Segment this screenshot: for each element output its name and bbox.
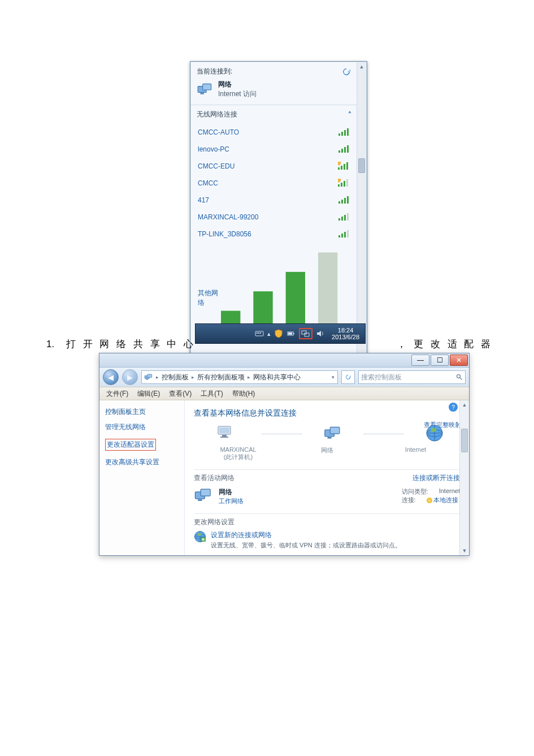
breadcrumb[interactable]: ▸ 控制面板 ▸ 所有控制面板项 ▸ 网络和共享中心 ▾ <box>141 370 338 384</box>
clock-time: 18:24 <box>338 327 354 334</box>
battery-tray-icon[interactable] <box>286 329 296 338</box>
wifi-name: lenovo-PC <box>198 145 229 153</box>
sidebar-home[interactable]: 控制面板主页 <box>105 407 179 417</box>
crumb-segment[interactable]: 网络和共享中心 <box>253 373 301 382</box>
scroll-up-icon[interactable]: ▲ <box>460 400 469 409</box>
step-1-text: 1. 打 开 网 络 共 享 中 心 ， 更 改 适 配 器 <box>46 338 510 351</box>
maximize-button[interactable]: ☐ <box>431 355 449 366</box>
svg-rect-20 <box>257 332 258 334</box>
navigation-bar: ◀ ▶ ▸ 控制面板 ▸ 所有控制面板项 ▸ 网络和共享中心 ▾ 搜索控制面板 <box>99 368 469 387</box>
crumb-segment[interactable]: 控制面板 <box>162 373 189 382</box>
change-settings-heading: 更改网络设置 <box>194 513 460 527</box>
step-left-text: 打 开 网 络 共 享 中 心 <box>66 339 196 349</box>
scroll-up-icon[interactable]: ▲ <box>357 62 366 71</box>
wifi-item[interactable]: CMCC-EDU <box>191 158 357 175</box>
wifi-signal-icon <box>338 128 350 137</box>
svg-rect-24 <box>293 333 294 334</box>
search-placeholder: 搜索控制面板 <box>361 373 402 382</box>
menu-tools[interactable]: 工具(T) <box>197 389 226 399</box>
dropdown-icon[interactable]: ▾ <box>332 374 335 380</box>
scroll-down-icon[interactable]: ▼ <box>460 546 469 555</box>
close-button[interactable]: ✕ <box>450 355 468 366</box>
window-titlebar[interactable]: — ☐ ✕ <box>99 353 469 368</box>
wifi-name: CMCC <box>198 179 218 187</box>
pc-sub-label: (此计算机) <box>207 453 270 461</box>
crumb-segment[interactable]: 所有控制面板项 <box>197 373 245 382</box>
svg-rect-27 <box>305 333 309 336</box>
wifi-signal-icon <box>338 230 350 239</box>
svg-rect-21 <box>258 332 259 334</box>
connect-disconnect-link[interactable]: 连接或断开连接 <box>413 473 460 483</box>
content-scrollbar[interactable]: ▲ ▼ <box>459 400 469 555</box>
internet-node-label: Internet <box>385 446 447 461</box>
setup-connection-title: 设置新的连接或网络 <box>211 530 401 540</box>
network-node-label: 网络 <box>296 446 358 461</box>
network-node-icon <box>323 426 342 440</box>
help-icon[interactable]: ? <box>449 403 458 412</box>
active-network-type[interactable]: 工作网络 <box>219 498 244 504</box>
volume-tray-icon[interactable] <box>316 329 325 338</box>
wifi-name: CMCC-EDU <box>198 162 235 170</box>
svg-point-29 <box>457 375 461 378</box>
active-networks-heading: 查看活动网络 <box>194 473 235 483</box>
sidebar-link-change-adapter[interactable]: 更改适配器设置 <box>105 439 156 451</box>
local-connection-link[interactable]: 本地连接 <box>433 496 458 503</box>
minimize-button[interactable]: — <box>411 355 429 366</box>
wifi-item[interactable]: 417 <box>191 192 357 209</box>
active-network-name: 网络 <box>219 487 396 497</box>
back-button[interactable]: ◀ <box>103 369 119 385</box>
menu-edit[interactable]: 编辑(E) <box>134 389 163 399</box>
sidebar-link-advanced-sharing[interactable]: 更改高级共享设置 <box>105 457 179 467</box>
scroll-thumb[interactable] <box>461 429 468 452</box>
pc-name-label: MARXINCAL <box>207 446 270 453</box>
wifi-item[interactable]: lenovo-PC <box>191 141 357 158</box>
keyboard-tray-icon[interactable] <box>255 329 264 338</box>
setup-new-connection-row[interactable]: 设置新的连接或网络 设置无线、宽带、拨号、临时或 VPN 连接；或设置路由器或访… <box>194 530 460 550</box>
this-pc-icon <box>216 424 234 442</box>
other-networks-label: 其他网络 <box>198 288 221 308</box>
collapse-icon: ˄ <box>348 111 351 119</box>
wifi-item[interactable]: TP-LINK_3D8056 <box>191 226 357 243</box>
svg-rect-25 <box>288 332 292 335</box>
menu-file[interactable]: 文件(F) <box>103 389 132 399</box>
tray-up-icon[interactable]: ▴ <box>267 330 271 338</box>
scroll-thumb[interactable] <box>358 158 365 173</box>
active-network-icon <box>194 487 213 503</box>
wifi-signal-secured-icon <box>338 162 350 171</box>
sidebar-link-manage-wireless[interactable]: 管理无线网络 <box>105 422 179 432</box>
shield-tray-icon[interactable] <box>274 329 283 338</box>
svg-marker-28 <box>317 331 321 336</box>
menu-help[interactable]: 帮助(H) <box>229 389 259 399</box>
internet-globe-icon <box>426 424 444 442</box>
network-map <box>194 424 460 444</box>
refresh-button[interactable] <box>341 370 355 384</box>
search-input[interactable]: 搜索控制面板 <box>358 370 466 384</box>
refresh-icon[interactable] <box>341 67 351 77</box>
wifi-name: CMCC-AUTO <box>198 128 239 136</box>
current-connection: 网络 Internet 访问 <box>197 80 257 99</box>
wifi-item[interactable]: CMCC-AUTO <box>191 124 357 141</box>
wifi-item[interactable]: CMCC <box>191 175 357 192</box>
network-monitors-icon <box>197 83 214 96</box>
step-number: 1. <box>46 339 54 349</box>
access-type-value: Internet <box>439 487 460 496</box>
step-right-text: 更 改 适 配 器 <box>414 339 493 349</box>
active-network-block: 网络 工作网络 访问类型: Internet 连接: 本地连接 <box>194 487 460 506</box>
search-icon <box>456 374 463 381</box>
access-type-key: 访问类型: <box>402 487 428 496</box>
main-content: ? 查看基本网络信息并设置连接 查看完整映射 MARXINCAL <box>185 400 469 555</box>
svg-rect-22 <box>260 332 261 334</box>
wifi-name: 417 <box>198 196 209 204</box>
forward-button[interactable]: ▶ <box>122 369 138 385</box>
wireless-section-header[interactable]: 无线网络连接 ˄ <box>191 105 357 124</box>
current-net-sub: Internet 访问 <box>218 89 257 99</box>
step-comma: ， <box>397 339 409 349</box>
menubar: 文件(F) 编辑(E) 查看(V) 工具(T) 帮助(H) <box>99 387 469 400</box>
wifi-signal-icon <box>338 213 350 222</box>
setup-connection-desc: 设置无线、宽带、拨号、临时或 VPN 连接；或设置路由器或访问点。 <box>211 541 401 550</box>
menu-view[interactable]: 查看(V) <box>166 389 195 399</box>
wifi-name: MARXINCAL-99200 <box>198 213 258 221</box>
flyout-header: 当前连接到: 网络 Internet 访问 <box>191 62 357 101</box>
wifi-item[interactable]: MARXINCAL-99200 <box>191 209 357 226</box>
wireless-network-list: CMCC-AUTO lenovo-PC CMCC-EDU CMCC <box>191 124 357 243</box>
